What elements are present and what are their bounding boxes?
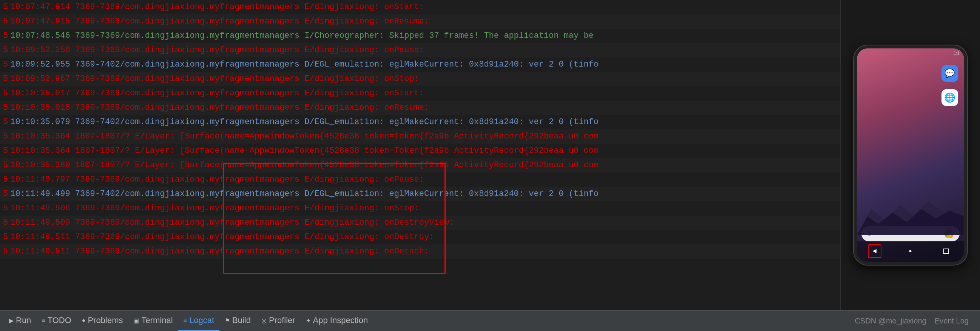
- phone-screen: 1:1 💬 🌐 G: [857, 48, 964, 262]
- log-text: 10:10:35.364 1807-1807/? E/Layer: [Surfa…: [10, 144, 837, 158]
- todo-icon: ≡: [41, 317, 45, 324]
- log-line: 510:10:35.079 7369-7402/com.dingjiaxiong…: [0, 115, 840, 130]
- log-text: 10:10:35.079 7369-7402/com.dingjiaxiong.…: [10, 115, 837, 130]
- log-line: 510:11:49.499 7369-7402/com.dingjiaxiong…: [0, 187, 840, 201]
- terminal-icon: ▣: [133, 317, 139, 324]
- nav-home-button[interactable]: ●: [903, 245, 917, 258]
- log-text: 10:09:52.955 7369-7402/com.dingjiaxiong.…: [10, 58, 837, 72]
- toolbar-label: Problems: [88, 315, 123, 325]
- log-line: 510:09:52.256 7369-7369/com.dingjiaxiong…: [0, 43, 840, 58]
- toolbar-item-app-inspection[interactable]: ✦App Inspection: [301, 310, 374, 331]
- logcat-icon: ≡: [183, 317, 187, 324]
- log-prefix: 5: [3, 201, 8, 216]
- log-panel[interactable]: 510:07:47.914 7369-7369/com.dingjiaxiong…: [0, 0, 840, 310]
- phone-frame: 1:1 💬 🌐 G: [854, 45, 967, 265]
- toolbar-item-terminal[interactable]: ▣Terminal: [128, 310, 178, 331]
- log-prefix: 5: [3, 144, 8, 158]
- bottom-toolbar: ▶Run≡TODO●Problems▣Terminal≡Logcat⚑Build…: [0, 310, 980, 331]
- log-prefix: 5: [3, 187, 8, 201]
- log-text: 10:11:49.511 7369-7369/com.dingjiaxiong.…: [10, 230, 837, 245]
- bottom-right-info: CSDN @me_jiaxiong Event Log: [854, 317, 976, 325]
- toolbar-label: Run: [16, 315, 31, 325]
- phone-status-bar: 1:1: [857, 48, 964, 58]
- log-prefix: 5: [3, 43, 8, 58]
- log-text: 10:10:35.364 1807-1807/? E/Layer: [Surfa…: [10, 130, 837, 144]
- log-text: 10:10:35.017 7369-7369/com.dingjiaxiong.…: [10, 86, 837, 101]
- nav-recents-button[interactable]: [939, 245, 953, 258]
- log-prefix: 5: [3, 14, 8, 29]
- log-prefix: 5: [3, 158, 8, 173]
- event-log-link[interactable]: Event Log: [935, 317, 969, 325]
- log-lines: 510:07:47.914 7369-7369/com.dingjiaxiong…: [0, 0, 840, 259]
- log-prefix: 5: [3, 230, 8, 245]
- toolbar-item-build[interactable]: ⚑Build: [220, 310, 256, 331]
- log-text: 10:11:49.499 7369-7402/com.dingjiaxiong.…: [10, 187, 837, 201]
- log-line: 510:07:47.915 7369-7369/com.dingjiaxiong…: [0, 14, 840, 29]
- log-prefix: 5: [3, 216, 8, 230]
- log-prefix: 5: [3, 0, 8, 14]
- toolbar-label: Terminal: [141, 315, 173, 325]
- log-text: 10:07:48.546 7369-7369/com.dingjiaxiong.…: [10, 29, 837, 43]
- phone-panel: 1:1 💬 🌐 G: [840, 0, 980, 310]
- log-line: 510:10:35.364 1807-1807/? E/Layer: [Surf…: [0, 130, 840, 144]
- log-line: 510:11:48.797 7369-7369/com.dingjiaxiong…: [0, 173, 840, 187]
- csdn-label: CSDN @me_jiaxiong: [854, 317, 926, 325]
- log-line: 510:11:49.509 7369-7369/com.dingjiaxiong…: [0, 216, 840, 230]
- toolbar-label: App Inspection: [313, 315, 368, 325]
- log-prefix: 5: [3, 29, 8, 43]
- nav-back-button[interactable]: ◄: [868, 245, 881, 258]
- toolbar-item-profiler[interactable]: ◎Profiler: [256, 310, 301, 331]
- messages-icon[interactable]: 💬: [942, 65, 958, 82]
- log-prefix: 5: [3, 130, 8, 144]
- log-prefix: 5: [3, 115, 8, 130]
- log-prefix: 5: [3, 58, 8, 72]
- log-prefix: 5: [3, 86, 8, 101]
- chrome-icon[interactable]: 🌐: [942, 89, 958, 106]
- log-prefix: 5: [3, 101, 8, 115]
- phone-time: 1:1: [954, 51, 959, 55]
- log-line: 510:09:52.955 7369-7402/com.dingjiaxiong…: [0, 58, 840, 72]
- log-prefix: 5: [3, 245, 8, 259]
- log-text: 10:10:35.380 1807-1807/? E/Layer: [Surfa…: [10, 158, 837, 173]
- toolbar-label: Logcat: [189, 315, 214, 325]
- problems-icon: ●: [82, 317, 86, 324]
- toolbar-item-todo[interactable]: ≡TODO: [36, 310, 77, 331]
- log-line: 510:07:48.546 7369-7369/com.dingjiaxiong…: [0, 29, 840, 43]
- log-text: 10:11:48.797 7369-7369/com.dingjiaxiong.…: [10, 173, 837, 187]
- log-text: 10:11:49.506 7369-7369/com.dingjiaxiong.…: [10, 201, 837, 216]
- log-text: 10:10:35.018 7369-7369/com.dingjiaxiong.…: [10, 101, 837, 115]
- toolbar-item-problems[interactable]: ●Problems: [77, 310, 129, 331]
- build-icon: ⚑: [225, 317, 230, 324]
- log-text: 10:07:47.914 7369-7369/com.dingjiaxiong.…: [10, 0, 837, 14]
- log-line: 510:11:49.511 7369-7369/com.dingjiaxiong…: [0, 245, 840, 259]
- log-line: 510:09:52.967 7369-7369/com.dingjiaxiong…: [0, 72, 840, 86]
- toolbar-label: Build: [232, 315, 251, 325]
- profiler-icon: ◎: [261, 317, 267, 324]
- log-prefix: 5: [3, 72, 8, 86]
- log-line: 510:11:49.506 7369-7369/com.dingjiaxiong…: [0, 201, 840, 216]
- log-line: 510:10:35.364 1807-1807/? E/Layer: [Surf…: [0, 144, 840, 158]
- toolbar-item-logcat[interactable]: ≡Logcat: [178, 310, 220, 331]
- mountains-decoration: [857, 197, 964, 235]
- log-text: 10:09:52.967 7369-7369/com.dingjiaxiong.…: [10, 72, 837, 86]
- toolbar-label: TODO: [48, 315, 72, 325]
- log-text: 10:09:52.256 7369-7369/com.dingjiaxiong.…: [10, 43, 837, 58]
- toolbar-label: Profiler: [269, 315, 295, 325]
- log-line: 510:10:35.017 7369-7369/com.dingjiaxiong…: [0, 86, 840, 101]
- toolbar-item-run[interactable]: ▶Run: [4, 310, 36, 331]
- log-prefix: 5: [3, 173, 8, 187]
- log-line: 510:10:35.018 7369-7369/com.dingjiaxiong…: [0, 101, 840, 115]
- log-text: 10:11:49.511 7369-7369/com.dingjiaxiong.…: [10, 245, 837, 259]
- phone-nav-bar: ◄ ●: [857, 241, 964, 262]
- run-icon: ▶: [9, 317, 14, 324]
- log-text: 10:11:49.509 7369-7369/com.dingjiaxiong.…: [10, 216, 837, 230]
- log-line: 510:07:47.914 7369-7369/com.dingjiaxiong…: [0, 0, 840, 14]
- log-text: 10:07:47.915 7369-7369/com.dingjiaxiong.…: [10, 14, 837, 29]
- main-content: 510:07:47.914 7369-7369/com.dingjiaxiong…: [0, 0, 980, 310]
- app inspection-icon: ✦: [306, 317, 311, 324]
- log-line: 510:11:49.511 7369-7369/com.dingjiaxiong…: [0, 230, 840, 245]
- log-line: 510:10:35.380 1807-1807/? E/Layer: [Surf…: [0, 158, 840, 173]
